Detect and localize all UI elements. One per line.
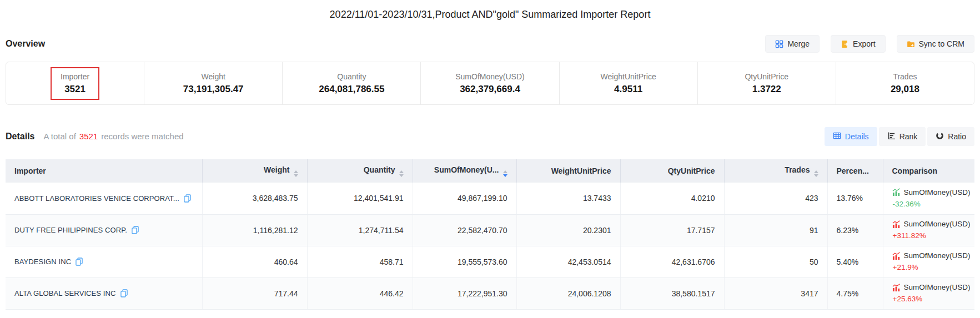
- importer-name[interactable]: ALTA GLOBAL SERVICES INC: [14, 289, 116, 297]
- tab-rank[interactable]: Rank: [879, 127, 926, 146]
- cell-weight-unit-price: 24,006.1208: [516, 277, 620, 309]
- view-tabs: Details Rank Ratio: [825, 127, 974, 146]
- table-row: ABBOTT LABORATORIES VENICE CORPORAT... 3…: [6, 183, 974, 214]
- sync-to-crm-button[interactable]: Sync to CRM: [897, 35, 974, 53]
- stat-label: Quantity: [319, 71, 384, 82]
- comparison-metric: SumOfMoney(USD): [904, 219, 971, 229]
- comparison-metric: SumOfMoney(USD): [904, 282, 971, 292]
- merge-icon: [775, 40, 783, 48]
- sort-arrows-trades[interactable]: [814, 170, 818, 177]
- comparison-change: +311.82%: [892, 231, 966, 241]
- cell-comparison: SumOfMoney(USD) +311.82%: [883, 214, 974, 246]
- sort-arrows-weight[interactable]: [294, 170, 298, 177]
- tab-details[interactable]: Details: [825, 127, 877, 146]
- cell-weight: 1,116,281.12: [202, 214, 307, 246]
- toolbar: Merge Export Sync to CRM: [765, 35, 974, 53]
- col-header-quantity[interactable]: Quantity: [307, 159, 413, 183]
- importer-name[interactable]: DUTY FREE PHILIPPINES CORP.: [14, 226, 127, 234]
- cell-trades: 91: [724, 214, 827, 246]
- overview-stats-card: Importer 3521 Weight 73,191,305.47 Quant…: [6, 62, 974, 105]
- cell-qty-unit-price: 42,631.6706: [620, 246, 724, 277]
- col-header-weight-unit-price: WeightUnitPrice: [516, 159, 620, 183]
- tab-ratio-label: Ratio: [948, 132, 966, 141]
- table-body: ABBOTT LABORATORIES VENICE CORPORAT... 3…: [6, 183, 974, 309]
- details-heading: Details: [6, 132, 34, 142]
- export-button[interactable]: Export: [831, 35, 885, 53]
- stat-value: 1.3722: [745, 83, 788, 96]
- export-file-icon: [841, 40, 849, 48]
- trend-chart-icon: [892, 220, 901, 229]
- trend-chart-icon: [892, 284, 901, 292]
- sync-to-crm-button-label: Sync to CRM: [919, 39, 964, 48]
- col-header-weight[interactable]: Weight: [202, 159, 307, 183]
- comparison-change: -32.36%: [892, 199, 966, 209]
- stat-trades: Trades 29,018: [836, 62, 974, 104]
- col-header-percent: Percen...: [827, 159, 883, 183]
- stat-value: 29,018: [891, 83, 919, 96]
- stat-value: 362,379,669.4: [455, 83, 524, 96]
- merge-button[interactable]: Merge: [765, 35, 820, 53]
- cell-qty-unit-price: 17.7157: [620, 214, 724, 246]
- stat-weight-unit-price: WeightUnitPrice 4.9511: [559, 62, 697, 104]
- stat-label: QtyUnitPrice: [745, 71, 788, 82]
- cell-comparison: SumOfMoney(USD) -32.36%: [883, 183, 974, 214]
- stat-sum-of-money: SumOfMoney(USD) 362,379,669.4: [420, 62, 559, 104]
- copy-icon[interactable]: [76, 258, 83, 266]
- cell-sum-of-money: 19,555,573.60: [413, 246, 516, 277]
- trend-chart-icon: [892, 188, 901, 196]
- cell-weight-unit-price: 13.7433: [516, 183, 620, 214]
- copy-icon[interactable]: [184, 194, 191, 203]
- tab-ratio[interactable]: Ratio: [927, 127, 974, 146]
- overview-heading: Overview: [6, 39, 45, 49]
- table-row: ALTA GLOBAL SERVICES INC 717.44 446.42 1…: [6, 277, 974, 309]
- cell-quantity: 458.71: [307, 246, 413, 277]
- details-header-row: Details A total of3521records were match…: [6, 127, 974, 146]
- cell-comparison: SumOfMoney(USD) +25.63%: [883, 277, 974, 309]
- cell-percent: 13.76%: [827, 183, 883, 214]
- comparison-metric: SumOfMoney(USD): [904, 251, 971, 261]
- records-matched-summary: A total of3521records were matched: [43, 132, 183, 141]
- stat-label: Weight: [183, 71, 244, 82]
- cell-sum-of-money: 22,582,470.70: [413, 214, 516, 246]
- stat-weight: Weight 73,191,305.47: [144, 62, 282, 104]
- col-header-comparison: Comparison: [883, 159, 974, 183]
- cell-percent: 6.23%: [827, 214, 883, 246]
- sort-arrows-quantity[interactable]: [399, 170, 404, 177]
- trend-chart-icon: [892, 252, 901, 260]
- importer-report-page: 2022/11/01-2023/10/31,Product AND"gold" …: [0, 0, 980, 318]
- stat-label: Trades: [891, 71, 919, 82]
- stat-importer: Importer 3521: [6, 62, 144, 104]
- col-header-importer: Importer: [6, 159, 202, 183]
- cell-comparison: SumOfMoney(USD) +21.9%: [883, 246, 974, 277]
- sort-arrows-sum-of-money[interactable]: [503, 170, 507, 177]
- col-header-sum-of-money[interactable]: SumOfMoney(U...: [413, 159, 516, 183]
- importer-name[interactable]: BAYDESIGN INC: [14, 258, 71, 266]
- cell-sum-of-money: 17,222,951.30: [413, 277, 516, 309]
- table-row: BAYDESIGN INC 460.64 458.71 19,555,573.6…: [6, 246, 974, 277]
- cell-weight: 717.44: [202, 277, 307, 309]
- cell-percent: 4.75%: [827, 277, 883, 309]
- cell-weight-unit-price: 20.2301: [516, 214, 620, 246]
- copy-icon[interactable]: [132, 226, 139, 234]
- copy-icon[interactable]: [120, 289, 128, 297]
- cell-weight: 460.64: [202, 246, 307, 277]
- cell-trades: 3417: [724, 277, 827, 309]
- cell-weight: 3,628,483.75: [202, 183, 307, 214]
- col-header-trades[interactable]: Trades: [724, 159, 827, 183]
- tab-rank-label: Rank: [899, 132, 918, 141]
- cell-weight-unit-price: 42,453.0514: [516, 246, 620, 277]
- stat-quantity: Quantity 264,081,786.55: [282, 62, 420, 104]
- rank-chart-icon: [887, 132, 896, 142]
- cell-qty-unit-price: 4.0210: [620, 183, 724, 214]
- overview-header-row: Overview Merge Export: [6, 35, 974, 53]
- export-button-label: Export: [853, 39, 875, 48]
- stat-label: Importer: [61, 71, 89, 82]
- cell-quantity: 12,401,541.91: [307, 183, 413, 214]
- comparison-change: +25.63%: [892, 294, 966, 304]
- cell-quantity: 1,274,711.54: [307, 214, 413, 246]
- cell-sum-of-money: 49,867,199.10: [413, 183, 516, 214]
- stat-value: 4.9511: [601, 83, 656, 96]
- table-row: DUTY FREE PHILIPPINES CORP. 1,116,281.12…: [6, 214, 974, 246]
- sync-folder-icon: [907, 40, 915, 48]
- importer-name[interactable]: ABBOTT LABORATORIES VENICE CORPORAT...: [14, 194, 179, 203]
